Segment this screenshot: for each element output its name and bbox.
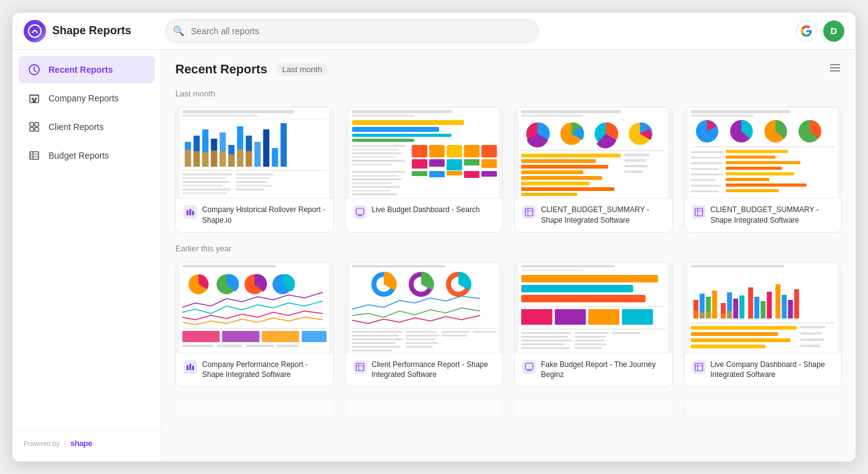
svg-rect-247	[695, 363, 703, 371]
report-card-7[interactable]: Fake Budget Report - The Journey Beginz	[514, 262, 673, 388]
svg-rect-82	[464, 171, 479, 178]
report-footer-5: Company Performance Report - Shape Integ…	[176, 353, 333, 387]
sidebar-item-budget-reports[interactable]: Budget Reports	[19, 142, 155, 169]
report-footer-4: CLIENT_BUDGET_SUMMARY - Shape Integrated…	[685, 198, 842, 232]
report-icon-4	[692, 205, 706, 219]
svg-rect-179	[405, 338, 435, 340]
svg-rect-183	[405, 346, 433, 348]
svg-rect-245	[800, 338, 824, 341]
svg-rect-150	[182, 328, 326, 329]
svg-rect-67	[481, 145, 497, 157]
report-card-3[interactable]: CLIENT_BUDGET_SUMMARY - Shape Integrated…	[514, 107, 673, 233]
svg-rect-63	[412, 145, 427, 157]
svg-rect-193	[521, 295, 645, 302]
report-card-1[interactable]: Company Historical Rollover Report - Sha…	[175, 107, 334, 233]
svg-rect-227	[767, 292, 772, 318]
report-title-7: Fake Budget Report - The Journey Beginz	[541, 360, 665, 381]
report-thumbnail-6	[346, 263, 503, 353]
user-avatar[interactable]: D	[823, 21, 844, 42]
svg-rect-154	[302, 331, 326, 342]
svg-rect-125	[726, 150, 788, 153]
svg-rect-110	[624, 154, 649, 156]
table-icon	[27, 149, 41, 162]
sidebar-label-company: Company Reports	[48, 93, 119, 103]
svg-rect-206	[575, 340, 604, 342]
svg-rect-30	[263, 129, 269, 167]
section-label-last-month: Last month	[175, 89, 842, 98]
view-toggle-button[interactable]	[828, 61, 842, 78]
report-card-8[interactable]: Live Company Dashboard - Shape Integrate…	[684, 262, 843, 388]
svg-rect-236	[721, 314, 726, 318]
svg-rect-37	[219, 152, 226, 167]
svg-rect-101	[521, 150, 665, 151]
svg-rect-106	[521, 176, 602, 180]
report-card-partial-4	[684, 398, 843, 417]
svg-rect-209	[521, 347, 570, 349]
report-footer-1: Company Historical Rollover Report - Sha…	[176, 198, 333, 232]
filter-badge[interactable]: Last month	[276, 63, 328, 76]
svg-rect-205	[521, 340, 572, 342]
report-thumbnail-7	[515, 263, 672, 353]
svg-rect-231	[794, 289, 799, 318]
svg-rect-77	[352, 160, 405, 162]
svg-rect-140	[691, 190, 718, 192]
svg-rect-185	[356, 363, 364, 371]
report-card-4[interactable]: CLIENT_BUDGET_SUMMARY - Shape Integrated…	[684, 107, 843, 233]
grid-icon	[27, 120, 41, 134]
svg-rect-159	[187, 365, 188, 370]
svg-rect-207	[521, 343, 565, 345]
svg-rect-132	[726, 189, 778, 192]
svg-rect-181	[405, 342, 438, 344]
svg-rect-36	[211, 151, 217, 167]
svg-rect-211	[525, 363, 533, 369]
svg-rect-107	[521, 182, 589, 185]
sidebar-item-company-reports[interactable]: Company Reports	[19, 85, 155, 112]
report-thumbnail-1	[176, 108, 333, 198]
svg-rect-151	[182, 331, 219, 342]
svg-rect-61	[352, 134, 451, 137]
svg-rect-33	[185, 150, 191, 167]
svg-rect-128	[726, 167, 782, 170]
svg-rect-60	[352, 127, 439, 132]
report-thumbnail-4	[685, 108, 842, 198]
report-title-5: Company Performance Report - Shape Integ…	[202, 360, 326, 381]
report-footer-6: Client Performance Report - Shape Integr…	[346, 353, 503, 387]
svg-rect-112	[624, 165, 648, 167]
report-thumbnail-8	[685, 263, 842, 353]
svg-rect-171	[352, 331, 402, 333]
svg-rect-200	[521, 332, 571, 334]
svg-rect-34	[193, 151, 200, 167]
sidebar-label-client: Client Reports	[48, 122, 104, 132]
svg-rect-102	[521, 154, 621, 157]
svg-rect-233	[699, 312, 704, 318]
search-input[interactable]	[165, 19, 538, 43]
svg-rect-40	[246, 151, 252, 167]
report-card-6[interactable]: Client Performance Report - Shape Integr…	[345, 262, 504, 388]
report-card-partial-2	[345, 398, 504, 417]
google-button[interactable]	[796, 21, 817, 42]
section-label-earlier: Earlier this year	[175, 244, 842, 253]
clock-icon	[27, 63, 41, 77]
svg-rect-158	[277, 345, 298, 347]
svg-rect-81	[446, 171, 462, 175]
report-card-2[interactable]: Live Budget Dashboard - Search	[345, 107, 504, 233]
svg-rect-75	[352, 152, 402, 154]
report-card-5[interactable]: Company Performance Report - Shape Integ…	[175, 262, 334, 388]
svg-rect-69	[429, 159, 445, 167]
svg-rect-74	[352, 149, 399, 151]
svg-rect-234	[706, 312, 711, 318]
sidebar-item-client-reports[interactable]: Client Reports	[19, 113, 155, 141]
main-layout: Recent Reports Company Reports Client Re…	[12, 50, 856, 462]
svg-rect-42	[182, 174, 232, 175]
svg-rect-145	[182, 265, 275, 267]
svg-rect-54	[190, 209, 192, 215]
svg-rect-180	[352, 342, 395, 344]
svg-rect-199	[521, 328, 665, 330]
sidebar-item-recent-reports[interactable]: Recent Reports	[19, 56, 155, 83]
svg-rect-46	[182, 181, 229, 183]
search-bar[interactable]: 🔍	[165, 19, 538, 43]
svg-rect-224	[748, 287, 753, 318]
svg-rect-87	[352, 182, 392, 184]
svg-rect-198	[622, 309, 653, 325]
svg-rect-111	[624, 159, 646, 162]
